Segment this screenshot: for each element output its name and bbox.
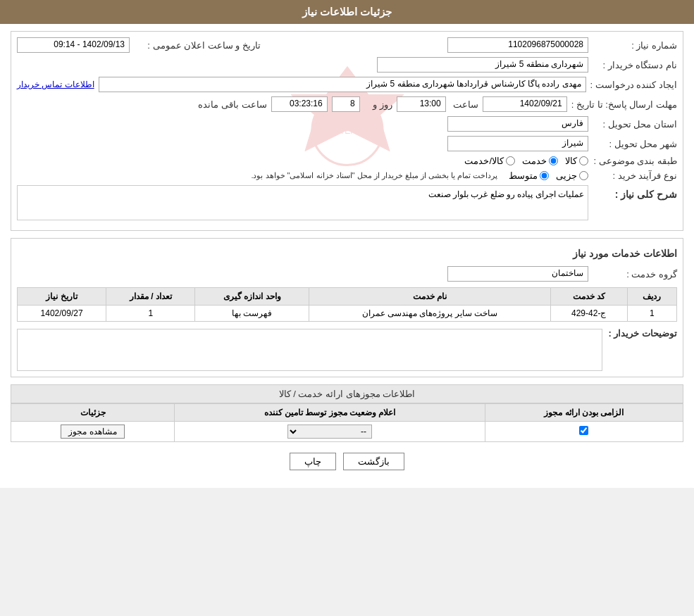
row-category: طبقه بندی موضوعی : کالا خدمت کالا/خدم — [17, 156, 677, 166]
need-desc-label: شرح کلی نیاز : — [593, 185, 677, 203]
page-header: جزئیات اطلاعات نیاز — [0, 0, 694, 24]
print-button[interactable]: چاپ — [290, 453, 336, 470]
permit-details: مشاهده مجوز — [11, 422, 175, 442]
buyer-dept-label: نام دستگاه خریدار : — [593, 60, 677, 70]
deadline-days-label: روز و — [364, 99, 392, 110]
row-province: استان محل تحویل : فارس — [17, 116, 677, 132]
creator-label: ایجاد کننده درخواست : — [590, 80, 677, 90]
buyer-notes-row: توضیحات خریدار : — [17, 325, 677, 371]
cell-unit: فهرست بها — [195, 306, 309, 322]
page-title: جزئیات اطلاعات نیاز — [302, 6, 392, 18]
page-wrapper: جزئیات اطلاعات نیاز ANA TENDER شماره نیا… — [0, 0, 694, 488]
purchase-type-desc: پرداخت تمام یا بخشی از مبلغ خریدار از مح… — [251, 171, 497, 180]
city-label: شهر محل تحویل : — [593, 139, 677, 149]
row-buyer-dept: نام دستگاه خریدار : شهرداری منطقه 5 شیرا… — [17, 57, 677, 73]
permit-table: الزامی بودن ارائه مجوز اعلام وضعیت مجوز … — [11, 403, 683, 442]
table-row: 1 ج-42-429 ساخت سایر پروژه‌های مهندسی عم… — [18, 306, 677, 322]
radio-khedmat-input[interactable] — [549, 156, 558, 165]
services-title: اطلاعات خدمات مورد نیاز — [17, 244, 677, 263]
col-name: نام خدمت — [309, 288, 550, 306]
main-content: ANA TENDER شماره نیاز : 1102096875000028… — [0, 24, 694, 488]
radio-mottavaset-input[interactable] — [540, 171, 549, 180]
services-section: اطلاعات خدمات مورد نیاز گروه خدمت : ساخت… — [11, 238, 683, 377]
announce-time-value: 1402/09/13 - 09:14 — [17, 37, 130, 53]
creator-value: مهدی رادده پاگا کارشناس قراردادها شهردار… — [99, 77, 586, 92]
col-qty: تعداد / مقدار — [106, 288, 195, 306]
buyer-notes-label: توضیحات خریدار : — [607, 325, 677, 339]
row-need-desc: شرح کلی نیاز : عملیات اجرای پیاده رو ضلع… — [17, 185, 677, 220]
deadline-days: 8 — [332, 96, 360, 112]
radio-jozyi: جزیی — [556, 170, 588, 181]
radio-kala: کالا — [565, 156, 588, 166]
radio-mottavaset-label: متوسط — [509, 170, 538, 181]
radio-kala-khedmat: کالا/خدمت — [464, 156, 515, 166]
city-value: شیراز — [447, 136, 588, 151]
deadline-remaining-label: ساعت باقی مانده — [197, 99, 267, 110]
view-permit-button[interactable]: مشاهده مجوز — [61, 425, 124, 439]
cell-qty: 1 — [106, 306, 195, 322]
col-row: ردیف — [627, 288, 676, 306]
permit-required-checkbox[interactable] — [579, 426, 588, 435]
radio-kala-khedmat-label: کالا/خدمت — [464, 156, 504, 166]
permit-section: اطلاعات مجوزهای ارائه خدمت / کالا الزامی… — [11, 384, 683, 442]
radio-kala-input[interactable] — [579, 156, 588, 165]
row-deadline: مهلت ارسال پاسخ: تا تاریخ : 1402/09/21 س… — [17, 96, 677, 112]
row-city: شهر محل تحویل : شیراز — [17, 136, 677, 151]
need-number-label: شماره نیاز : — [593, 40, 677, 51]
col-unit: واحد اندازه گیری — [195, 288, 309, 306]
service-table: ردیف کد خدمت نام خدمت واحد اندازه گیری ت… — [17, 287, 677, 322]
permit-col-details: جزئیات — [11, 404, 175, 422]
radio-kala-label: کالا — [565, 156, 577, 166]
row-need-number: شماره نیاز : 1102096875000028 تاریخ و سا… — [17, 37, 677, 53]
permit-header: اطلاعات مجوزهای ارائه خدمت / کالا — [11, 384, 683, 403]
creator-link[interactable]: اطلاعات تماس خریدار — [17, 80, 94, 89]
announce-time-label: تاریخ و ساعت اعلان عمومی : — [134, 40, 261, 51]
permit-required — [485, 422, 683, 442]
need-desc-value: عملیات اجرای پیاده رو ضلع غرب بلوار صنعت — [17, 185, 588, 220]
action-buttons: بازگشت چاپ — [11, 453, 683, 470]
col-code: کد خدمت — [550, 288, 627, 306]
row-creator: ایجاد کننده درخواست : مهدی رادده پاگا کا… — [17, 77, 677, 92]
radio-kala-khedmat-input[interactable] — [506, 156, 515, 165]
group-label: گروه خدمت : — [593, 269, 677, 279]
deadline-remaining: 03:23:16 — [271, 96, 328, 112]
deadline-date: 1402/09/21 — [483, 96, 567, 112]
buyer-dept-value: شهرداری منطقه 5 شیراز — [377, 57, 588, 73]
permit-status: -- — [175, 422, 485, 442]
category-label: طبقه بندی موضوعی : — [593, 156, 677, 166]
cell-name: ساخت سایر پروژه‌های مهندسی عمران — [309, 306, 550, 322]
row-purchase-type: نوع فرآیند خرید : جزیی متوسط پرداخت تمام… — [17, 170, 677, 181]
cell-row: 1 — [627, 306, 676, 322]
purchase-type-label: نوع فرآیند خرید : — [593, 170, 677, 181]
back-button[interactable]: بازگشت — [343, 453, 404, 470]
buyer-notes-box — [17, 329, 602, 371]
category-radio-group: کالا خدمت کالا/خدمت — [464, 156, 588, 166]
need-number-value: 1102096875000028 — [447, 37, 588, 53]
radio-jozyi-input[interactable] — [579, 171, 588, 180]
col-date: تاریخ نیاز — [18, 288, 106, 306]
deadline-time-label: ساعت — [450, 99, 478, 110]
info-section: ANA TENDER شماره نیاز : 1102096875000028… — [11, 31, 683, 231]
table-row: -- مشاهده مجوز — [11, 422, 683, 442]
cell-code: ج-42-429 — [550, 306, 627, 322]
permit-col-required: الزامی بودن ارائه مجوز — [485, 404, 683, 422]
purchase-type-radio-group: جزیی متوسط — [509, 170, 588, 181]
province-label: استان محل تحویل : — [593, 119, 677, 130]
deadline-label: مهلت ارسال پاسخ: تا تاریخ : — [571, 99, 677, 110]
radio-khedmat-label: خدمت — [522, 156, 547, 166]
radio-mottavaset: متوسط — [509, 170, 549, 181]
group-value: ساختمان — [447, 266, 588, 282]
deadline-time: 13:00 — [397, 96, 446, 112]
permit-col-status: اعلام وضعیت مجوز توسط تامین کننده — [175, 404, 485, 422]
province-value: فارس — [447, 116, 588, 132]
radio-khedmat: خدمت — [522, 156, 558, 166]
cell-date: 1402/09/27 — [18, 306, 106, 322]
row-group: گروه خدمت : ساختمان — [17, 266, 677, 282]
form-fields: شماره نیاز : 1102096875000028 تاریخ و سا… — [17, 37, 677, 220]
permit-status-select[interactable]: -- — [287, 425, 372, 439]
radio-jozyi-label: جزیی — [556, 170, 577, 181]
